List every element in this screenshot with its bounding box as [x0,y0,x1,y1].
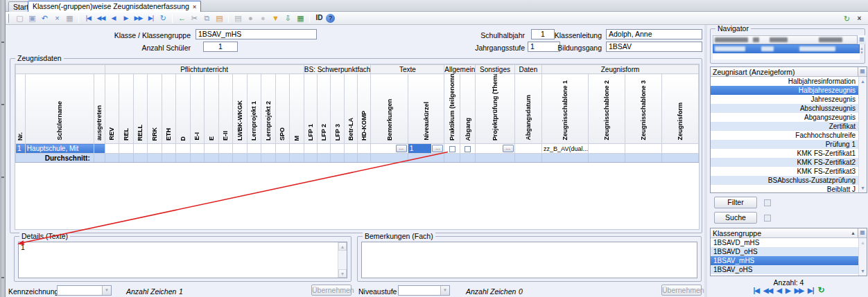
column-header[interactable]: Projektprüfung (Thema) [476,74,514,144]
zeugnisart-item[interactable]: KMK FS-Zertifikat2 [711,158,867,167]
zeugnisart-item[interactable]: Fachhochschulreife [711,131,867,140]
grade-cell[interactable] [119,144,134,154]
column-header[interactable]: Bemerkungen [371,74,408,144]
column-header[interactable]: HD-KOMP [358,74,371,144]
zeugnisart-item[interactable]: Halbjahresinformation [711,77,867,86]
column-header[interactable]: E-II [218,74,233,144]
grade-cell[interactable] [133,144,148,154]
anzahl-schueler-field[interactable]: 1 [203,42,238,52]
navigator-scroll-arrows[interactable]: ▲▼ [858,46,865,55]
zeugnisart-item[interactable]: Beiblatt J [711,185,867,193]
column-header[interactable]: REL [119,74,134,144]
pager-refresh-icon[interactable]: ↻ [818,285,824,295]
scroll-up-icon[interactable]: ▲ [859,78,867,85]
excel-icon[interactable]: ▦ [295,12,306,24]
zeugnisart-item[interactable]: Abschlusszeugnis [711,104,867,113]
edit-table-icon[interactable]: ▦ [64,12,76,24]
scroll-up-icon[interactable]: ▲ [859,239,867,246]
zeugnisart-item[interactable]: BSAbschluss-Zusatzprüfung [711,176,867,185]
paste-icon[interactable]: ▤ [214,12,225,24]
grade-cell[interactable] [588,144,625,154]
column-header[interactable]: Zeugnisschablone 2 [588,74,625,144]
column-header[interactable]: LFP 2 [318,74,331,144]
ellipsis-button[interactable]: ... [396,145,407,152]
checkbox-icon[interactable] [449,146,455,152]
nav-last-icon[interactable]: ▶| [145,12,157,24]
grade-cell[interactable] [304,144,317,154]
grade-cell[interactable] [344,144,357,154]
klasse-field[interactable]: 1BSAV_mHS [196,29,317,39]
pin-icon[interactable]: ● [257,12,269,24]
grade-cell[interactable] [661,144,698,154]
column-header[interactable]: Nr. [16,74,26,144]
save-icon[interactable]: ▣ [26,12,38,24]
grade-cell[interactable] [275,144,290,154]
scroll-down-icon[interactable]: ▼ [338,269,347,278]
column-header[interactable]: LWBK-WKGK [233,74,248,144]
student-name-cell[interactable]: Hauptschule, Mit [25,144,94,154]
grade-cell[interactable] [176,144,191,154]
new-icon[interactable]: ▢ [14,12,26,24]
grade-cell[interactable] [358,144,371,154]
nav-fast-forward-icon[interactable]: ▶▶ [132,12,144,24]
column-header[interactable]: LFP 1 [304,74,317,144]
pager-last-icon[interactable]: ▶| [808,287,814,294]
niveaukuerzel-cell[interactable]: 1... [408,144,444,154]
details-texte-textarea[interactable]: 1 ▲ ▼ [18,242,347,278]
ausgetreten-cell[interactable] [94,144,105,154]
ellipsis-button[interactable]: ... [432,145,443,152]
details-scrollbar[interactable]: ▲ ▼ [338,242,347,278]
zeugnisart-item[interactable]: KMK FS-Zertifikat3 [711,167,867,176]
column-header[interactable]: Betr-LA [344,74,357,144]
grade-cell[interactable] [218,144,233,154]
tab-zeugnisdatenerfassung[interactable]: Klassen(-gruppen)weise Zeugnisdatenerfas… [28,1,201,12]
grade-cell[interactable] [261,144,276,154]
uebernehmen-button-details[interactable]: Übernehmen [311,285,351,296]
abgang-checkbox-cell[interactable] [460,144,475,154]
zeugnisart-item[interactable]: Jahreszeugnis [711,95,867,104]
tab-close-icon[interactable]: × [193,3,196,10]
pager-forward-icon[interactable]: ▶ [785,287,790,294]
column-header[interactable]: Abgangsdatum [514,74,541,144]
scroll-down-icon[interactable]: ▼ [859,184,867,192]
delete-icon[interactable]: × [51,12,63,24]
export-table-icon[interactable]: ⇩ [282,12,294,24]
grade-cell[interactable] [625,144,661,154]
grade-cell[interactable] [105,144,119,154]
chevron-down-icon[interactable]: ▼ [440,286,449,295]
ellipsis-button[interactable]: ... [503,145,514,152]
column-header[interactable]: SPO [275,74,290,144]
pager-fast-forward-icon[interactable]: ▶▶ [795,287,804,294]
close-panel-icon[interactable]: × [853,13,865,25]
bemerkungen-fach-textarea[interactable] [361,242,697,278]
praktikum-checkbox-cell[interactable] [444,144,460,154]
chevron-down-icon[interactable]: ▼ [102,286,111,295]
id-button[interactable]: ID [313,12,325,24]
niveaustufe-combo[interactable]: ▼ [398,285,450,296]
column-header[interactable]: M [290,74,304,144]
column-header[interactable]: E [205,74,219,144]
klassengruppe-item[interactable]: 1BSAV_mHS [711,256,867,265]
grade-cell[interactable] [247,144,261,154]
column-chooser-icon[interactable]: ▦ [858,228,867,237]
column-header[interactable]: Praktikum (teilgenommen) [444,74,460,144]
column-header[interactable]: Abgang [460,74,475,144]
pager-fast-back-icon[interactable]: ◀◀ [763,287,772,294]
klassengruppe-item[interactable]: 1BSAV_oHS [711,265,867,274]
zeugnisart-item[interactable]: Zertifikat [711,122,867,131]
projektpruefung-cell[interactable]: ... [476,144,514,154]
grade-cell[interactable] [190,144,205,154]
column-header[interactable]: REV [105,74,119,144]
column-header[interactable]: Zeugnisschablone 3 [625,74,661,144]
pager-first-icon[interactable]: |◀ [753,287,759,294]
column-header[interactable]: E-I [190,74,205,144]
zeugnisart-item[interactable]: Abgangszeugnis [711,113,867,122]
column-header[interactable]: Zeugnisform [661,74,698,144]
row-number-cell[interactable]: 1 [16,144,26,154]
cut-icon[interactable]: ✂ [189,12,200,24]
klassengruppe-item[interactable]: 1BSAVD_mHS [711,238,867,247]
pager-back-icon[interactable]: ◀ [776,287,781,294]
column-header[interactable]: Zeugnisschablone 1 [542,74,589,144]
panel-splitter[interactable] [704,25,707,297]
column-header[interactable]: D [176,74,191,144]
